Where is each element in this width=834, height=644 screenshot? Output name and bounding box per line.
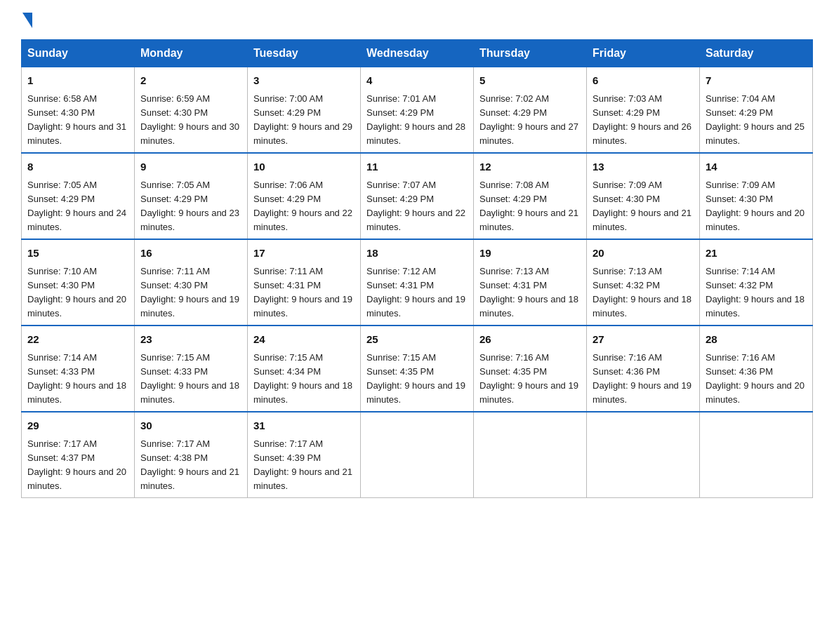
day-number: 9 [140, 159, 241, 175]
day-info: Sunrise: 7:14 AMSunset: 4:33 PMDaylight:… [27, 352, 126, 405]
day-info: Sunrise: 7:13 AMSunset: 4:31 PMDaylight:… [479, 266, 578, 318]
day-info: Sunrise: 7:15 AMSunset: 4:34 PMDaylight:… [253, 352, 352, 405]
calendar-cell: 20Sunrise: 7:13 AMSunset: 4:32 PMDayligh… [587, 239, 700, 326]
day-info: Sunrise: 7:15 AMSunset: 4:35 PMDaylight:… [366, 352, 465, 405]
calendar-cell: 31Sunrise: 7:17 AMSunset: 4:39 PMDayligh… [248, 412, 361, 498]
calendar-cell [361, 412, 474, 498]
calendar-header-monday: Monday [135, 40, 248, 67]
day-info: Sunrise: 7:16 AMSunset: 4:36 PMDaylight:… [593, 352, 691, 405]
day-info: Sunrise: 7:09 AMSunset: 4:30 PMDaylight:… [706, 180, 805, 232]
day-info: Sunrise: 7:11 AMSunset: 4:31 PMDaylight:… [253, 266, 352, 318]
day-number: 10 [253, 159, 355, 175]
day-number: 26 [479, 332, 581, 348]
calendar-cell: 26Sunrise: 7:16 AMSunset: 4:35 PMDayligh… [474, 326, 587, 412]
calendar-cell: 8Sunrise: 7:05 AMSunset: 4:29 PMDaylight… [22, 153, 135, 239]
day-number: 15 [27, 246, 128, 262]
calendar-cell: 18Sunrise: 7:12 AMSunset: 4:31 PMDayligh… [361, 239, 474, 326]
calendar-cell: 28Sunrise: 7:16 AMSunset: 4:36 PMDayligh… [700, 326, 813, 412]
day-number: 1 [27, 73, 128, 89]
calendar-cell: 11Sunrise: 7:07 AMSunset: 4:29 PMDayligh… [361, 153, 474, 239]
day-info: Sunrise: 6:59 AMSunset: 4:30 PMDaylight:… [140, 93, 239, 146]
day-info: Sunrise: 7:04 AMSunset: 4:29 PMDaylight:… [706, 93, 805, 146]
calendar-cell: 5Sunrise: 7:02 AMSunset: 4:29 PMDaylight… [474, 67, 587, 154]
day-info: Sunrise: 7:06 AMSunset: 4:29 PMDaylight:… [253, 180, 352, 232]
day-number: 2 [140, 73, 241, 89]
day-number: 16 [140, 246, 241, 262]
calendar-cell: 22Sunrise: 7:14 AMSunset: 4:33 PMDayligh… [22, 326, 135, 412]
calendar-cell [587, 412, 700, 498]
calendar-cell: 24Sunrise: 7:15 AMSunset: 4:34 PMDayligh… [248, 326, 361, 412]
calendar-header-saturday: Saturday [700, 40, 813, 67]
day-number: 8 [27, 159, 128, 175]
day-number: 12 [479, 159, 581, 175]
calendar-week-row: 1Sunrise: 6:58 AMSunset: 4:30 PMDaylight… [22, 67, 813, 154]
day-number: 28 [706, 332, 807, 348]
day-number: 5 [479, 73, 581, 89]
day-number: 6 [593, 73, 694, 89]
day-info: Sunrise: 7:05 AMSunset: 4:29 PMDaylight:… [140, 180, 239, 232]
calendar-cell: 1Sunrise: 6:58 AMSunset: 4:30 PMDaylight… [22, 67, 135, 154]
calendar-table: SundayMondayTuesdayWednesdayThursdayFrid… [21, 39, 813, 498]
calendar-cell: 13Sunrise: 7:09 AMSunset: 4:30 PMDayligh… [587, 153, 700, 239]
day-number: 4 [366, 73, 468, 89]
calendar-cell: 3Sunrise: 7:00 AMSunset: 4:29 PMDaylight… [248, 67, 361, 154]
calendar-week-row: 29Sunrise: 7:17 AMSunset: 4:37 PMDayligh… [22, 412, 813, 498]
day-number: 3 [253, 73, 355, 89]
calendar-cell: 21Sunrise: 7:14 AMSunset: 4:32 PMDayligh… [700, 239, 813, 326]
calendar-cell: 17Sunrise: 7:11 AMSunset: 4:31 PMDayligh… [248, 239, 361, 326]
day-number: 21 [706, 246, 807, 262]
day-number: 29 [27, 418, 128, 434]
day-number: 14 [706, 159, 807, 175]
day-number: 17 [253, 246, 355, 262]
day-info: Sunrise: 7:03 AMSunset: 4:29 PMDaylight:… [593, 93, 691, 146]
page-header [21, 14, 813, 27]
day-info: Sunrise: 7:10 AMSunset: 4:30 PMDaylight:… [27, 266, 126, 318]
day-info: Sunrise: 7:13 AMSunset: 4:32 PMDaylight:… [593, 266, 691, 318]
calendar-header-wednesday: Wednesday [361, 40, 474, 67]
day-info: Sunrise: 7:08 AMSunset: 4:29 PMDaylight:… [479, 180, 578, 232]
day-info: Sunrise: 7:17 AMSunset: 4:39 PMDaylight:… [253, 438, 352, 491]
calendar-cell: 14Sunrise: 7:09 AMSunset: 4:30 PMDayligh… [700, 153, 813, 239]
logo-triangle-icon [22, 13, 32, 28]
day-info: Sunrise: 7:12 AMSunset: 4:31 PMDaylight:… [366, 266, 465, 318]
day-number: 22 [27, 332, 128, 348]
calendar-cell: 29Sunrise: 7:17 AMSunset: 4:37 PMDayligh… [22, 412, 135, 498]
day-number: 30 [140, 418, 241, 434]
calendar-header-sunday: Sunday [22, 40, 135, 67]
day-info: Sunrise: 7:16 AMSunset: 4:36 PMDaylight:… [706, 352, 805, 405]
calendar-header-thursday: Thursday [474, 40, 587, 67]
calendar-week-row: 8Sunrise: 7:05 AMSunset: 4:29 PMDaylight… [22, 153, 813, 239]
calendar-header-friday: Friday [587, 40, 700, 67]
calendar-cell: 27Sunrise: 7:16 AMSunset: 4:36 PMDayligh… [587, 326, 700, 412]
day-info: Sunrise: 7:07 AMSunset: 4:29 PMDaylight:… [366, 180, 465, 232]
calendar-cell: 16Sunrise: 7:11 AMSunset: 4:30 PMDayligh… [135, 239, 248, 326]
day-info: Sunrise: 7:00 AMSunset: 4:29 PMDaylight:… [253, 93, 352, 146]
calendar-header-row: SundayMondayTuesdayWednesdayThursdayFrid… [22, 40, 813, 67]
day-info: Sunrise: 7:02 AMSunset: 4:29 PMDaylight:… [479, 93, 578, 146]
calendar-cell: 19Sunrise: 7:13 AMSunset: 4:31 PMDayligh… [474, 239, 587, 326]
day-number: 31 [253, 418, 355, 434]
calendar-cell: 15Sunrise: 7:10 AMSunset: 4:30 PMDayligh… [22, 239, 135, 326]
calendar-cell: 7Sunrise: 7:04 AMSunset: 4:29 PMDaylight… [700, 67, 813, 154]
calendar-week-row: 22Sunrise: 7:14 AMSunset: 4:33 PMDayligh… [22, 326, 813, 412]
day-info: Sunrise: 7:17 AMSunset: 4:38 PMDaylight:… [140, 438, 239, 491]
calendar-cell: 12Sunrise: 7:08 AMSunset: 4:29 PMDayligh… [474, 153, 587, 239]
calendar-cell [474, 412, 587, 498]
logo [21, 14, 32, 27]
calendar-cell [700, 412, 813, 498]
day-info: Sunrise: 7:17 AMSunset: 4:37 PMDaylight:… [27, 438, 126, 491]
day-info: Sunrise: 7:15 AMSunset: 4:33 PMDaylight:… [140, 352, 239, 405]
day-number: 23 [140, 332, 241, 348]
day-number: 19 [479, 246, 581, 262]
day-info: Sunrise: 7:14 AMSunset: 4:32 PMDaylight:… [706, 266, 805, 318]
calendar-cell: 9Sunrise: 7:05 AMSunset: 4:29 PMDaylight… [135, 153, 248, 239]
day-number: 11 [366, 159, 468, 175]
calendar-week-row: 15Sunrise: 7:10 AMSunset: 4:30 PMDayligh… [22, 239, 813, 326]
day-number: 7 [706, 73, 807, 89]
day-number: 20 [593, 246, 694, 262]
calendar-cell: 6Sunrise: 7:03 AMSunset: 4:29 PMDaylight… [587, 67, 700, 154]
calendar-cell: 25Sunrise: 7:15 AMSunset: 4:35 PMDayligh… [361, 326, 474, 412]
calendar-cell: 2Sunrise: 6:59 AMSunset: 4:30 PMDaylight… [135, 67, 248, 154]
calendar-cell: 30Sunrise: 7:17 AMSunset: 4:38 PMDayligh… [135, 412, 248, 498]
calendar-cell: 23Sunrise: 7:15 AMSunset: 4:33 PMDayligh… [135, 326, 248, 412]
